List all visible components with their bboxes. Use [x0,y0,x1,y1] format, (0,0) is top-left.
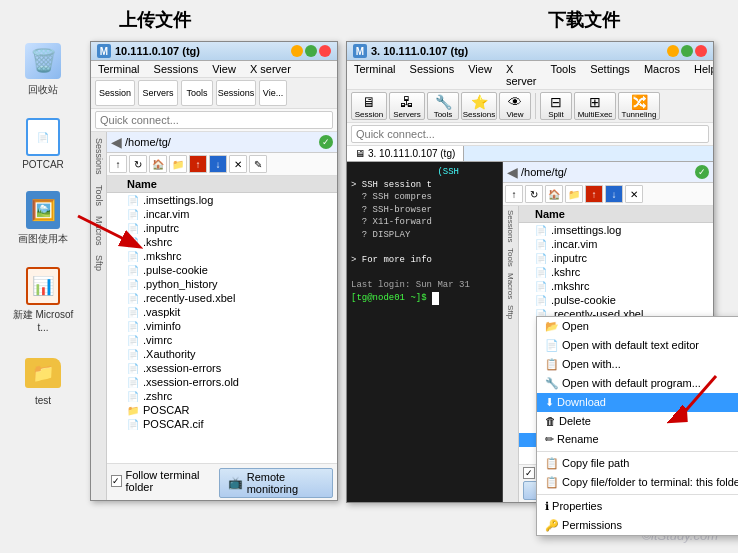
right-path-back-btn[interactable]: ◀ [507,164,518,180]
file-item[interactable]: 📄 .imsettings.log [519,223,713,237]
main-tools-btn[interactable]: 🔧Tools [427,92,459,120]
file-item[interactable]: 📄 .mkshrc [519,279,713,293]
servers-btn[interactable]: Servers [138,80,178,106]
right-sftp-delete-btn[interactable]: ✕ [625,185,643,203]
right-menu-terminal[interactable]: Terminal [351,62,399,88]
right-menu-tools[interactable]: Tools [547,62,579,88]
left-quick-connect-input[interactable] [95,111,333,129]
sftp-home-btn[interactable]: 🏠 [149,155,167,173]
menu-xserver[interactable]: X server [247,62,294,76]
recycle-bin-icon[interactable]: 🗑️ 回收站 [8,41,78,97]
ctx-permissions[interactable]: 🔑 Permissions [537,516,738,535]
right-sftp-home-btn[interactable]: 🏠 [545,185,563,203]
file-item[interactable]: 📄 .incar.vim [107,207,337,221]
file-item[interactable]: 📄 .vimrc [107,333,337,347]
poscar-file-item[interactable]: 📁 POSCAR [107,403,337,417]
ppt-icon[interactable]: 📊 新建 Microsoft... [8,266,78,333]
right-terminal-pane[interactable]: (SSH > SSH session t ? SSH compres ? SSH… [347,162,502,502]
right-tools-tab[interactable]: Tools [506,248,515,267]
file-item[interactable]: 📄 .inputrc [519,251,713,265]
ctx-open-default-program[interactable]: 🔧 Open with default program... [537,374,738,393]
sftp-tab[interactable]: Sftp [92,253,106,273]
file-item[interactable]: 📄 .incar.vim [519,237,713,251]
ctx-properties[interactable]: ℹ Properties [537,497,738,516]
main-session-btn[interactable]: 🖥Session [351,92,387,120]
file-item[interactable]: 📄 .inputrc [107,221,337,235]
macros-tab[interactable]: Macros [92,214,106,248]
tools-tab[interactable]: Tools [92,183,106,208]
menu-view[interactable]: View [209,62,239,76]
right-quick-connect-input[interactable] [351,125,709,143]
path-back-btn[interactable]: ◀ [111,134,122,150]
tools-btn[interactable]: Tools [181,80,213,106]
menu-terminal[interactable]: Terminal [95,62,143,76]
ctx-open-text-editor[interactable]: 📄 Open with default text editor [537,336,738,355]
right-sftp-upload2-btn[interactable]: ↑ [585,185,603,203]
right-sftp-newfolder-btn[interactable]: 📁 [565,185,583,203]
file-item[interactable]: 📄 .zshrc [107,389,337,403]
file-item[interactable]: 📄 .python_history [107,277,337,291]
sessions-btn[interactable]: Sessions [216,80,256,106]
view-btn[interactable]: Vie... [259,80,287,106]
minimize-btn[interactable] [291,45,303,57]
file-item[interactable]: 📄 .xsession-errors.old [107,375,337,389]
right-sessions-tab[interactable]: Sessions [506,210,515,242]
sftp-newfolder-btn[interactable]: 📁 [169,155,187,173]
sftp-refresh-btn[interactable]: ↻ [129,155,147,173]
file-item[interactable]: 📄 .mkshrc [107,249,337,263]
main-servers-btn[interactable]: 🖧Servers [389,92,425,120]
sftp-up-btn[interactable]: ↑ [109,155,127,173]
right-menu-macros[interactable]: Macros [641,62,683,88]
maximize-btn[interactable] [305,45,317,57]
main-sessions-btn[interactable]: ⭐Sessions [461,92,497,120]
drawing-icon[interactable]: 🖼️ 画图使用本 [8,190,78,246]
sftp-delete-btn[interactable]: ✕ [229,155,247,173]
right-sftp-download-btn[interactable]: ↓ [605,185,623,203]
sessions-tab[interactable]: Sessions [92,136,106,177]
file-item[interactable]: 📄 .xsession-errors [107,361,337,375]
ctx-download[interactable]: ⬇ Download [537,393,738,412]
right-menu-help[interactable]: Help [691,62,714,88]
left-file-list[interactable]: 📄 .imsettings.log 📄 .incar.vim 📄 .inputr… [107,193,337,463]
menu-sessions[interactable]: Sessions [151,62,202,76]
file-item[interactable]: 📄 .viminfo [107,319,337,333]
ctx-open[interactable]: 📂 Open [537,317,738,336]
file-item[interactable]: 📄 .pulse-cookie [519,293,713,307]
right-sftp-tab[interactable]: Sftp [506,305,515,319]
close-btn[interactable] [319,45,331,57]
right-maximize-btn[interactable] [681,45,693,57]
potcar-icon[interactable]: 📄 POTCAR [8,117,78,170]
sftp-rename-btn[interactable]: ✎ [249,155,267,173]
test-folder-icon[interactable]: 📁 test [8,353,78,406]
poscar-cif-file-item[interactable]: 📄 POSCAR.cif [107,417,337,431]
file-item[interactable]: 📄 .imsettings.log [107,193,337,207]
main-view-btn[interactable]: 👁View [499,92,531,120]
ctx-open-with[interactable]: 📋 Open with... [537,355,738,374]
sftp-download-btn[interactable]: ↓ [209,155,227,173]
right-sftp-refresh-btn[interactable]: ↻ [525,185,543,203]
file-item[interactable]: 📄 .recently-used.xbel [107,291,337,305]
right-minimize-btn[interactable] [667,45,679,57]
sftp-upload-btn[interactable]: ↑ [189,155,207,173]
main-tunneling-btn[interactable]: 🔀Tunneling [618,92,660,120]
ctx-delete[interactable]: 🗑 Delete [537,412,738,430]
main-multiexec-btn[interactable]: ⊞MultiExec [574,92,616,120]
right-follow-checkbox[interactable]: ✓ [523,467,535,479]
right-menu-xserver[interactable]: X server [503,62,540,88]
file-item[interactable]: 📄 .pulse-cookie [107,263,337,277]
main-split-btn[interactable]: ⊟Split [540,92,572,120]
right-menu-settings[interactable]: Settings [587,62,633,88]
follow-folder-checkbox[interactable]: ✓ [111,475,122,487]
remote-monitoring-btn[interactable]: 📺 Remote monitoring [219,468,333,498]
file-item[interactable]: 📄 .kshrc [107,235,337,249]
ctx-copy-to-terminal[interactable]: 📋 Copy file/folder to terminal: this fol… [537,473,738,492]
file-item[interactable]: 📄 .Xauthority [107,347,337,361]
right-menu-sessions[interactable]: Sessions [407,62,458,88]
session-btn[interactable]: Session [95,80,135,106]
file-item[interactable]: 📄 .kshrc [519,265,713,279]
ctx-rename[interactable]: ✏ Rename [537,430,738,449]
right-sftp-up-btn[interactable]: ↑ [505,185,523,203]
right-menu-view[interactable]: View [465,62,495,88]
right-macros-tab[interactable]: Macros [506,273,515,299]
file-item[interactable]: 📄 .vaspkit [107,305,337,319]
